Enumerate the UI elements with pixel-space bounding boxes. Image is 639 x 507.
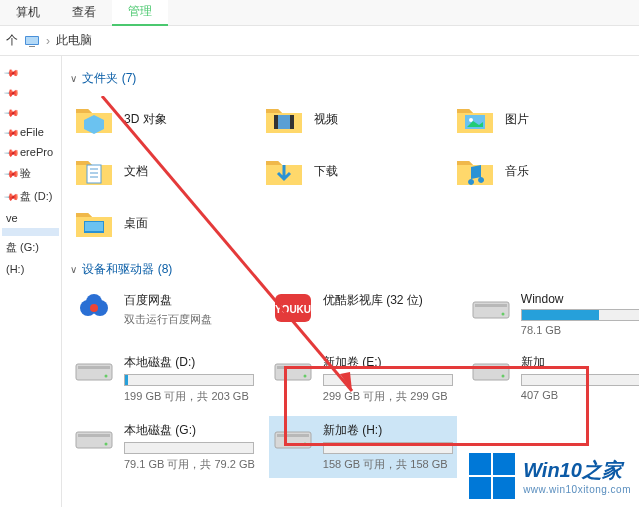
- drive-sub: 407 GB: [521, 389, 639, 401]
- watermark: Win10之家 www.win10xitong.com: [469, 453, 631, 499]
- folder-item[interactable]: 图片: [451, 95, 631, 143]
- sidebar-item[interactable]: 盘 (G:): [2, 236, 59, 259]
- svg-rect-31: [475, 366, 507, 369]
- folder-item[interactable]: 下载: [260, 147, 440, 195]
- folder-label: 下载: [314, 163, 338, 180]
- drive-icon: [74, 354, 114, 386]
- svg-rect-28: [277, 366, 309, 369]
- drive-icon: [471, 292, 511, 324]
- sidebar-item[interactable]: 📌eFile: [2, 122, 59, 142]
- folder-item[interactable]: 3D 对象: [70, 95, 250, 143]
- windows-logo-icon: [469, 453, 515, 499]
- drive-item[interactable]: 本地磁盘 (D:)199 GB 可用，共 203 GB: [70, 348, 259, 410]
- breadcrumb-location[interactable]: 此电脑: [56, 32, 92, 49]
- drive-sub: 199 GB 可用，共 203 GB: [124, 389, 255, 404]
- watermark-title: Win10之家: [523, 457, 631, 484]
- sidebar-item[interactable]: (H:): [2, 259, 59, 279]
- sidebar-item[interactable]: 📌验: [2, 162, 59, 185]
- svg-point-18: [90, 304, 98, 312]
- drive-sub: 299 GB 可用，共 299 GB: [323, 389, 453, 404]
- drive-icon: [273, 354, 313, 386]
- toolbar: 算机 查看 管理: [0, 0, 639, 26]
- tab-computer[interactable]: 算机: [0, 0, 56, 25]
- folder-icon: [74, 203, 114, 243]
- drive-usage-bar: [323, 442, 453, 454]
- svg-rect-44: [493, 477, 515, 499]
- section-drives[interactable]: ∨ 设备和驱动器 (8): [70, 261, 631, 278]
- sidebar-item[interactable]: [2, 228, 59, 236]
- drive-name: 本地磁盘 (G:): [124, 422, 255, 439]
- sidebar-item[interactable]: 📌: [2, 62, 59, 82]
- sidebar-item[interactable]: 📌: [2, 102, 59, 122]
- drive-name: 百度网盘: [124, 292, 255, 309]
- chevron-down-icon: ∨: [70, 73, 77, 84]
- svg-rect-1: [26, 37, 38, 44]
- drive-sub: 79.1 GB 可用，共 79.2 GB: [124, 457, 255, 472]
- drive-item[interactable]: 本地磁盘 (G:)79.1 GB 可用，共 79.2 GB: [70, 416, 259, 478]
- svg-point-26: [105, 375, 108, 378]
- sidebar-item[interactable]: ve: [2, 208, 59, 228]
- sidebar-item[interactable]: 📌盘 (D:): [2, 185, 59, 208]
- tab-manage[interactable]: 管理: [112, 0, 168, 26]
- svg-point-29: [303, 375, 306, 378]
- drive-icon: [74, 292, 114, 324]
- svg-point-38: [303, 443, 306, 446]
- drive-item[interactable]: 百度网盘双击运行百度网盘: [70, 286, 259, 342]
- section-folders[interactable]: ∨ 文件夹 (7): [70, 70, 631, 87]
- drive-grid: 百度网盘双击运行百度网盘YOUKU优酷影视库 (32 位)Window78.1 …: [70, 286, 631, 478]
- folder-grid: 3D 对象视频图片文档下载音乐桌面: [70, 95, 631, 247]
- drive-item[interactable]: 新加407 GB: [467, 348, 639, 410]
- chevron-right-icon: ›: [46, 34, 50, 48]
- svg-rect-25: [78, 366, 110, 369]
- drive-usage-bar: [521, 309, 639, 321]
- svg-rect-5: [274, 115, 278, 129]
- drive-icon: YOUKU: [273, 292, 313, 324]
- folder-item[interactable]: 文档: [70, 147, 250, 195]
- folder-icon: [74, 99, 114, 139]
- drive-item[interactable]: 新加卷 (H:)158 GB 可用，共 158 GB: [269, 416, 457, 478]
- folder-item[interactable]: 视频: [260, 95, 440, 143]
- sidebar-item[interactable]: 📌erePro: [2, 142, 59, 162]
- section-drives-label: 设备和驱动器 (8): [82, 262, 172, 276]
- svg-point-23: [501, 313, 504, 316]
- folder-item[interactable]: 桌面: [70, 199, 250, 247]
- drive-item[interactable]: YOUKU优酷影视库 (32 位): [269, 286, 457, 342]
- content-area: ∨ 文件夹 (7) 3D 对象视频图片文档下载音乐桌面 ∨ 设备和驱动器 (8)…: [62, 56, 639, 507]
- folder-item[interactable]: 音乐: [451, 147, 631, 195]
- svg-rect-34: [78, 434, 110, 437]
- svg-text:YOUKU: YOUKU: [275, 304, 311, 315]
- drive-sub: 78.1 GB: [521, 324, 639, 336]
- svg-rect-6: [290, 115, 294, 129]
- drive-name: 新加卷 (E:): [323, 354, 453, 371]
- sidebar-item[interactable]: 📌: [2, 82, 59, 102]
- folder-label: 视频: [314, 111, 338, 128]
- folder-label: 音乐: [505, 163, 529, 180]
- svg-point-32: [501, 375, 504, 378]
- drive-name: 优酷影视库 (32 位): [323, 292, 453, 309]
- drive-item[interactable]: 新加卷 (E:)299 GB 可用，共 299 GB: [269, 348, 457, 410]
- drive-name: 本地磁盘 (D:): [124, 354, 255, 371]
- drive-usage-bar: [124, 442, 254, 454]
- chevron-down-icon: ∨: [70, 264, 77, 275]
- folder-icon: [264, 151, 304, 191]
- drive-icon: [74, 422, 114, 454]
- breadcrumb[interactable]: 个 › 此电脑: [0, 26, 639, 56]
- svg-point-35: [105, 443, 108, 446]
- sidebar: 📌 📌 📌 📌eFile 📌erePro 📌验 📌盘 (D:) ve 盘 (G:…: [0, 56, 62, 507]
- drive-usage-bar: [521, 374, 639, 386]
- folder-label: 图片: [505, 111, 529, 128]
- folder-label: 桌面: [124, 215, 148, 232]
- watermark-url: www.win10xitong.com: [523, 484, 631, 495]
- folder-label: 文档: [124, 163, 148, 180]
- drive-icon: [273, 422, 313, 454]
- folder-label: 3D 对象: [124, 111, 167, 128]
- drive-name: 新加: [521, 354, 639, 371]
- svg-rect-2: [29, 46, 35, 47]
- tab-view[interactable]: 查看: [56, 0, 112, 25]
- section-folders-label: 文件夹 (7): [82, 71, 136, 85]
- folder-icon: [455, 99, 495, 139]
- breadcrumb-back[interactable]: 个: [6, 32, 18, 49]
- drive-name: Window: [521, 292, 639, 306]
- drive-item[interactable]: Window78.1 GB: [467, 286, 639, 342]
- drive-sub: 双击运行百度网盘: [124, 312, 255, 327]
